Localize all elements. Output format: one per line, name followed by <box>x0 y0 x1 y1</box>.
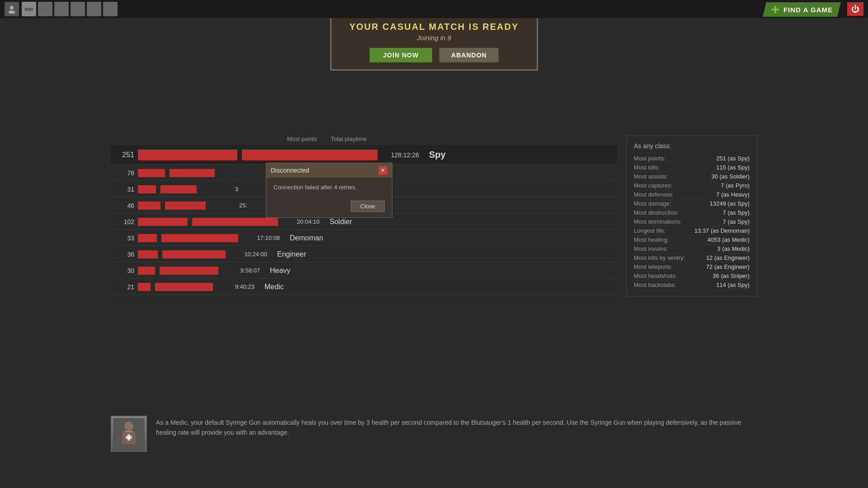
stat-line-6: Most destruction: 7 (as Spy) <box>634 208 750 217</box>
stat-val-3: 7 (as Pyro) <box>721 182 750 189</box>
stat-label-2: Most assists: <box>634 173 668 180</box>
dialog-title: Disconnected <box>271 167 309 174</box>
row-class-0: Spy <box>423 150 481 160</box>
match-title: YOUR CASUAL MATCH IS READY <box>349 22 519 32</box>
stat-line-7: Most dominations: 7 (as Spy) <box>634 217 750 226</box>
power-button[interactable]: ⏻ <box>847 2 863 16</box>
row-bar-time-1 <box>170 169 215 177</box>
svg-point-3 <box>124 422 133 431</box>
row-bar-points-8 <box>138 283 151 291</box>
abandon-button[interactable]: ABANDON <box>439 48 499 62</box>
stat-label-4: Most defenses: <box>634 191 674 198</box>
row-bar-points-0 <box>138 150 237 160</box>
stat-line-0: Most points: 251 (as Spy) <box>634 154 750 163</box>
row-time-0: 128:12:26 <box>377 151 423 159</box>
row-points-2: 31 <box>111 186 138 193</box>
dialog-body: Connection failed after 4 retries. <box>266 178 392 197</box>
stat-line-2: Most assists: 30 (as Soldier) <box>634 172 750 181</box>
mbr-logo: mbr <box>22 2 36 16</box>
crosshair-icon <box>771 5 780 14</box>
stat-val-6: 7 (as Spy) <box>723 209 750 216</box>
stat-line-1: Most kills: 115 (as Spy) <box>634 163 750 172</box>
stat-val-11: 12 (as Engineer) <box>706 254 750 261</box>
tip-section: As a Medic, your default Syringe Gun aut… <box>111 416 757 452</box>
svg-rect-7 <box>126 436 132 439</box>
row-time-5: 17:10:08 <box>238 235 283 241</box>
row-bar-time-2 <box>160 185 197 193</box>
stats-row-6: 36 10:24:00 Engineer <box>111 246 617 263</box>
row-points-1: 78 <box>111 169 138 177</box>
row-bar-time-5 <box>161 234 238 242</box>
stat-val-5: 13249 (as Spy) <box>710 200 750 207</box>
stat-label-14: Most backstabs: <box>634 282 676 288</box>
user-avatar-3 <box>71 2 85 16</box>
stat-line-4: Most defenses: 7 (as Heavy) <box>634 190 750 199</box>
row-bar-time-4 <box>192 218 278 226</box>
tip-text: As a Medic, your default Syringe Gun aut… <box>156 416 757 438</box>
stat-line-8: Longest life: 13:37 (as Demoman) <box>634 226 750 235</box>
dialog-title-bar: Disconnected ✕ <box>266 163 392 178</box>
row-time-2: 3 <box>197 186 242 192</box>
stat-line-13: Most headshots: 36 (as Sniper) <box>634 272 750 281</box>
stat-val-7: 7 (as Spy) <box>723 218 750 225</box>
top-bar: mbr FIND A GAME ⏻ <box>0 0 868 18</box>
stat-label-11: Most kills by sentry: <box>634 254 685 261</box>
dialog-footer: Close <box>266 197 392 217</box>
stat-label-10: Most invulns: <box>634 245 668 252</box>
stat-label-9: Most healing: <box>634 236 669 243</box>
row-points-4: 102 <box>111 218 138 225</box>
stat-line-3: Most captures: 7 (as Pyro) <box>634 181 750 190</box>
row-bar-time-7 <box>160 267 218 275</box>
find-game-button[interactable]: FIND A GAME <box>763 2 841 17</box>
disconnect-dialog: Disconnected ✕ Connection failed after 4… <box>266 163 392 218</box>
row-class-8: Medic <box>258 283 317 291</box>
row-points-3: 46 <box>111 202 138 209</box>
row-bar-time-3 <box>165 202 206 210</box>
user-avatar-5 <box>103 2 118 16</box>
row-points-8: 21 <box>111 283 138 291</box>
dialog-close-x-button[interactable]: ✕ <box>378 166 387 175</box>
stat-val-1: 115 (as Spy) <box>716 164 750 171</box>
stat-label-7: Most dominations: <box>634 218 682 225</box>
match-buttons: JOIN NOW ABANDON <box>349 48 519 62</box>
stat-label-5: Most damage: <box>634 200 671 207</box>
row-points-5: 33 <box>111 235 138 242</box>
main-content: Most points Total playtime 251 128:12:26… <box>111 136 757 296</box>
user-avatar-1 <box>38 2 52 16</box>
stat-label-3: Most captures: <box>634 182 672 189</box>
user-avatar-2 <box>54 2 69 16</box>
stat-val-12: 72 (as Engineer) <box>706 263 750 270</box>
row-time-3: 25: <box>206 202 251 209</box>
dialog-close-button[interactable]: Close <box>351 201 385 212</box>
stats-row-0: 251 128:12:26 Spy <box>111 145 617 165</box>
dialog-message: Connection failed after 4 retries. <box>274 184 357 191</box>
join-now-button[interactable]: JOIN NOW <box>369 48 432 62</box>
stat-line-9: Most healing: 4053 (as Medic) <box>634 235 750 244</box>
row-bar-time-0 <box>242 150 377 160</box>
stat-line-12: Most teleports: 72 (as Engineer) <box>634 263 750 272</box>
stat-label-12: Most teleports: <box>634 263 672 270</box>
stat-line-14: Most backstabs: 114 (as Spy) <box>634 281 750 290</box>
stat-line-10: Most invulns: 3 (as Medic) <box>634 244 750 253</box>
match-subtitle: Joining in 9 <box>349 34 519 42</box>
row-bar-points-6 <box>138 250 158 258</box>
row-class-5: Demoman <box>283 234 342 242</box>
svg-point-0 <box>10 6 14 9</box>
row-bar-points-4 <box>138 218 188 226</box>
find-game-label: FIND A GAME <box>783 6 833 14</box>
stat-val-14: 114 (as Spy) <box>716 282 750 288</box>
right-stats-title: As any class: <box>634 142 750 150</box>
stat-line-11: Most kills by sentry: 12 (as Engineer) <box>634 253 750 263</box>
stats-header: Most points Total playtime <box>111 136 617 145</box>
avatar-icon <box>5 2 19 16</box>
svg-point-1 <box>9 10 15 14</box>
stat-label-6: Most destruction: <box>634 209 679 216</box>
row-class-4: Soldier <box>323 218 382 226</box>
stat-val-13: 36 (as Sniper) <box>712 272 750 279</box>
stat-val-10: 3 (as Medic) <box>717 245 750 252</box>
row-time-4: 20:04:10 <box>278 218 323 225</box>
stat-val-8: 13:37 (as Demoman) <box>694 227 750 234</box>
user-avatar-4 <box>87 2 101 16</box>
stat-val-0: 251 (as Spy) <box>716 155 750 162</box>
row-class-6: Engineer <box>271 250 330 258</box>
